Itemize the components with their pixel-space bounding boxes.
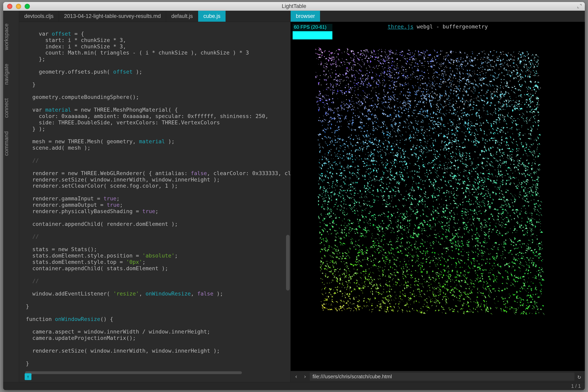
sidebar-item-connect[interactable]: connect <box>3 92 19 124</box>
browser-viewport[interactable]: 60 FPS (20-61) three.js webgl - bufferge… <box>291 22 585 371</box>
statusbar: 1 / 1 <box>3 382 585 390</box>
sidebar-item-navigate[interactable]: navigate <box>3 57 19 92</box>
sidebar-item-workspace[interactable]: workspace <box>3 17 19 57</box>
browser-pane: browser 60 FPS (20-61) three.js webgl - … <box>291 11 585 382</box>
sidebar: workspace navigate connect command <box>3 11 19 382</box>
browser-nav-bar: ‹ › ↻ <box>291 371 585 382</box>
cursor-position: 1 / 1 <box>571 383 581 389</box>
threejs-text: webgl - buffergeometry <box>414 24 488 30</box>
tab-cube-js[interactable]: cube.js <box>198 11 226 22</box>
editor-tabbar: devtools.cljs 2013-04-12-light-table-sur… <box>19 11 290 22</box>
app-window: LightTable workspace navigate connect co… <box>3 2 585 390</box>
scroll-thumb[interactable] <box>286 235 290 290</box>
sidebar-item-command[interactable]: command <box>3 124 19 162</box>
editor-horizontal-scrollbar[interactable] <box>25 371 242 374</box>
code-editor[interactable]: var offset = { start: i * chunkSize * 3,… <box>19 22 290 382</box>
browser-tabbar: browser <box>291 11 585 22</box>
threejs-caption: three.js webgl - buffergeometry <box>291 24 585 30</box>
app-body: workspace navigate connect command devto… <box>3 11 585 382</box>
tab-default-js[interactable]: default.js <box>166 11 198 22</box>
nav-back-button[interactable]: ‹ <box>292 373 300 381</box>
tab-devtools[interactable]: devtools.cljs <box>19 11 59 22</box>
maximize-icon[interactable] <box>577 4 582 9</box>
main-area: devtools.cljs 2013-04-12-light-table-sur… <box>19 11 585 382</box>
code-content[interactable]: var offset = { start: i * chunkSize * 3,… <box>19 22 290 382</box>
editor-vertical-scrollbar[interactable] <box>286 22 290 382</box>
refresh-button[interactable]: ↻ <box>575 373 583 381</box>
threejs-link[interactable]: three.js <box>388 24 414 30</box>
url-input[interactable] <box>310 373 575 381</box>
tab-survey-results[interactable]: 2013-04-12-light-table-survey-results.md <box>59 11 166 22</box>
fps-graph <box>293 30 332 40</box>
titlebar: LightTable <box>3 2 585 11</box>
window-title: LightTable <box>3 3 585 9</box>
webgl-canvas <box>311 42 549 320</box>
editor-pane: devtools.cljs 2013-04-12-light-table-sur… <box>19 11 291 382</box>
editor-indicator[interactable]: ↑ <box>25 373 31 380</box>
nav-forward-button[interactable]: › <box>301 373 309 381</box>
tab-browser[interactable]: browser <box>291 11 320 22</box>
